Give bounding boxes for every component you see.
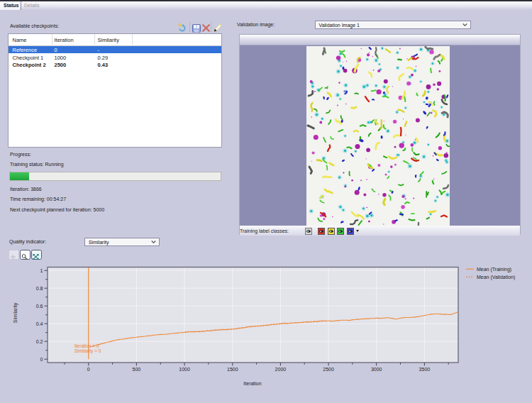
svg-text:Iteration = 0: Iteration = 0	[74, 343, 99, 348]
svg-text:0.2: 0.2	[36, 339, 43, 344]
svg-text:3500: 3500	[419, 367, 431, 372]
svg-text:Mean (Training): Mean (Training)	[477, 267, 511, 272]
svg-text:2000: 2000	[275, 367, 287, 372]
svg-text:3000: 3000	[371, 367, 382, 372]
svg-text:1: 1	[40, 268, 43, 273]
svg-text:0.6: 0.6	[36, 304, 43, 309]
svg-text:500: 500	[133, 367, 141, 372]
svg-text:2500: 2500	[323, 367, 334, 372]
svg-text:0.4: 0.4	[36, 321, 43, 326]
svg-text:0: 0	[40, 357, 43, 362]
svg-text:Mean (Validation): Mean (Validation)	[477, 275, 515, 280]
svg-text:1000: 1000	[179, 367, 190, 372]
svg-text:0.8: 0.8	[36, 286, 43, 291]
svg-text:1500: 1500	[227, 367, 238, 372]
svg-text:Iteration: Iteration	[243, 381, 261, 386]
svg-text:0: 0	[87, 367, 90, 372]
svg-text:Similarity = 0: Similarity = 0	[74, 348, 101, 354]
svg-text:Similarity: Similarity	[13, 302, 18, 323]
